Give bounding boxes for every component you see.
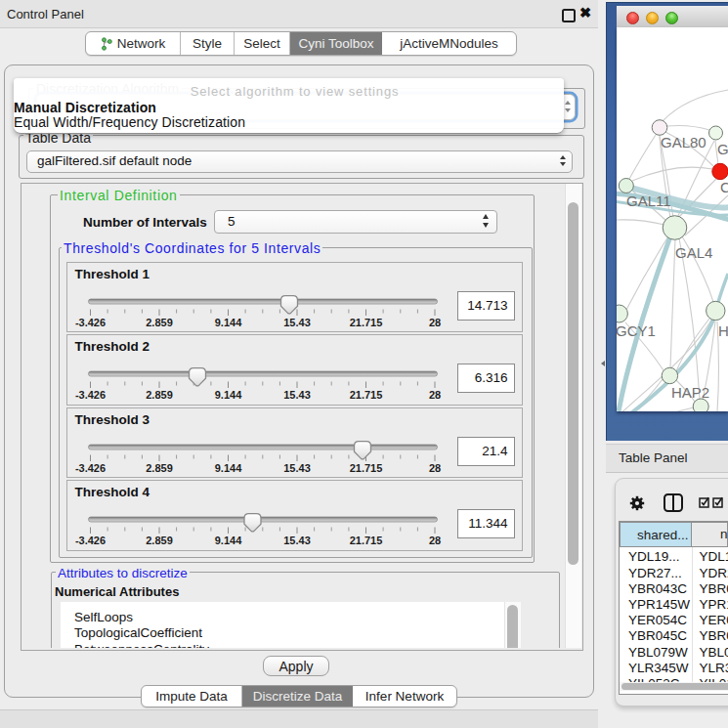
svg-text:15.43: 15.43	[283, 535, 311, 546]
svg-text:9.144: 9.144	[214, 535, 241, 546]
svg-text:28: 28	[428, 317, 440, 328]
svg-text:9.144: 9.144	[214, 389, 241, 401]
svg-text:GAL80: GAL80	[661, 134, 707, 150]
svg-text:2.859: 2.859	[146, 462, 173, 474]
svg-text:2.859: 2.859	[146, 317, 173, 328]
svg-text:GCY1: GCY1	[617, 322, 656, 339]
svg-text:9.144: 9.144	[214, 317, 241, 328]
svg-text:28: 28	[428, 462, 440, 474]
svg-text:21.715: 21.715	[349, 535, 382, 546]
svg-text:21.715: 21.715	[349, 389, 382, 401]
svg-text:HIS7: HIS7	[718, 322, 728, 339]
svg-text:-3.426: -3.426	[74, 462, 105, 474]
svg-text:15.43: 15.43	[283, 462, 311, 474]
svg-text:21.715: 21.715	[349, 462, 382, 474]
svg-text:GAL2: GAL2	[717, 141, 728, 157]
svg-text:-3.426: -3.426	[74, 389, 105, 401]
svg-text:15.43: 15.43	[283, 317, 311, 328]
svg-text:2.859: 2.859	[146, 535, 173, 546]
svg-text:GAL11: GAL11	[626, 193, 671, 209]
svg-text:9.144: 9.144	[214, 462, 241, 474]
svg-text:2.859: 2.859	[146, 389, 173, 401]
svg-text:HAP2: HAP2	[671, 384, 709, 401]
svg-text:-3.426: -3.426	[74, 535, 105, 546]
svg-text:28: 28	[428, 389, 440, 401]
svg-text:15.43: 15.43	[283, 389, 311, 401]
svg-text:21.715: 21.715	[349, 317, 382, 328]
svg-text:C: C	[720, 179, 728, 195]
svg-text:28: 28	[428, 535, 440, 546]
svg-text:-3.426: -3.426	[74, 317, 105, 328]
svg-text:GAL4: GAL4	[675, 244, 712, 261]
